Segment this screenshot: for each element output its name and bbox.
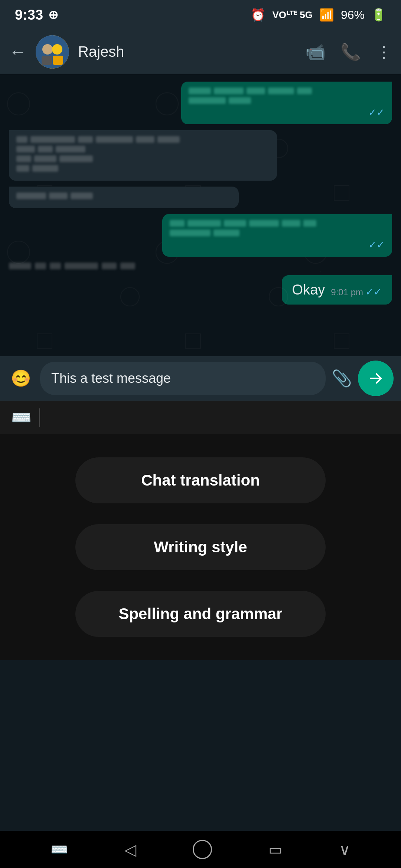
svg-point-0 — [36, 35, 69, 69]
down-nav-button[interactable]: ∨ — [339, 841, 351, 859]
location-icon: ⊕ — [48, 8, 58, 22]
alarm-icon: ⏰ — [251, 8, 265, 22]
chat-messages-area: ✓✓ ✓✓ Okay 9:01 pm ✓✓ — [0, 74, 401, 356]
home-nav-button[interactable] — [193, 840, 212, 859]
okay-message: Okay 9:01 pm ✓✓ — [282, 275, 392, 305]
checkmark-icon-2: ✓✓ — [368, 239, 385, 251]
spelling-grammar-label: Spelling and grammar — [118, 605, 282, 623]
attach-button[interactable]: 📎 — [332, 369, 352, 388]
ai-suggestions-panel: Chat translation Writing style Spelling … — [0, 434, 401, 660]
status-icons: ⏰ VOᴸᵀᴱ 5G 📶 96% 🔋 — [251, 8, 386, 22]
toolbar-divider — [39, 408, 40, 427]
more-options-button[interactable]: ⋮ — [376, 42, 392, 61]
double-tick-icon: ✓✓ — [365, 286, 382, 298]
time-display: 9:33 — [15, 7, 43, 23]
okay-timestamp: 9:01 pm — [331, 287, 363, 297]
keyboard-nav-icon[interactable]: ⌨️ — [50, 841, 68, 858]
keyboard-toggle-icon[interactable]: ⌨️ — [11, 408, 32, 427]
writing-style-label: Writing style — [154, 538, 247, 556]
svg-point-2 — [52, 44, 62, 55]
chat-translation-button[interactable]: Chat translation — [74, 456, 327, 504]
okay-time: 9:01 pm ✓✓ — [331, 286, 382, 298]
received-message-2 — [9, 187, 239, 208]
header-action-icons: 📹 📞 ⋮ — [305, 42, 392, 62]
send-button[interactable] — [358, 361, 394, 396]
svg-rect-4 — [53, 56, 63, 65]
battery-level: 96% — [341, 8, 365, 22]
system-nav-bar: ⌨️ ◁ ▭ ∨ — [0, 831, 401, 868]
network-type: VOᴸᵀᴱ 5G — [272, 9, 312, 21]
svg-point-1 — [42, 44, 53, 55]
phone-call-button[interactable]: 📞 — [340, 42, 361, 62]
received-row-3 — [9, 263, 392, 269]
status-bar: 9:33 ⊕ ⏰ VOᴸᵀᴱ 5G 📶 96% 🔋 — [0, 0, 401, 30]
keyboard-toolbar: ⌨️ — [0, 401, 401, 434]
status-time: 9:33 ⊕ — [15, 7, 58, 23]
writing-style-button[interactable]: Writing style — [74, 523, 327, 571]
signal-icon: 📶 — [319, 8, 334, 22]
svg-rect-3 — [42, 56, 52, 65]
sent-message-2: ✓✓ — [162, 214, 392, 257]
sent-message-2-time: ✓✓ — [170, 239, 385, 251]
sent-message-1: ✓✓ — [181, 82, 392, 124]
message-input-bar: 😊 📎 — [0, 356, 401, 401]
battery-icon: 🔋 — [371, 8, 386, 22]
okay-text: Okay — [292, 282, 325, 298]
back-nav-button[interactable]: ◁ — [124, 841, 136, 859]
contact-name[interactable]: Rajesh — [78, 43, 296, 60]
message-input[interactable] — [40, 362, 326, 395]
received-message-1 — [9, 130, 277, 181]
back-button[interactable]: ← — [9, 42, 27, 62]
contact-avatar[interactable] — [36, 35, 69, 69]
recents-nav-button[interactable]: ▭ — [268, 841, 283, 858]
emoji-button[interactable]: 😊 — [7, 365, 34, 392]
sent-message-1-time: ✓✓ — [189, 107, 385, 118]
chat-header: ← Rajesh 📹 📞 ⋮ — [0, 30, 401, 74]
chat-translation-label: Chat translation — [141, 471, 260, 489]
spelling-grammar-button[interactable]: Spelling and grammar — [74, 590, 327, 638]
video-call-button[interactable]: 📹 — [305, 42, 326, 62]
checkmark-icon: ✓✓ — [368, 107, 385, 118]
